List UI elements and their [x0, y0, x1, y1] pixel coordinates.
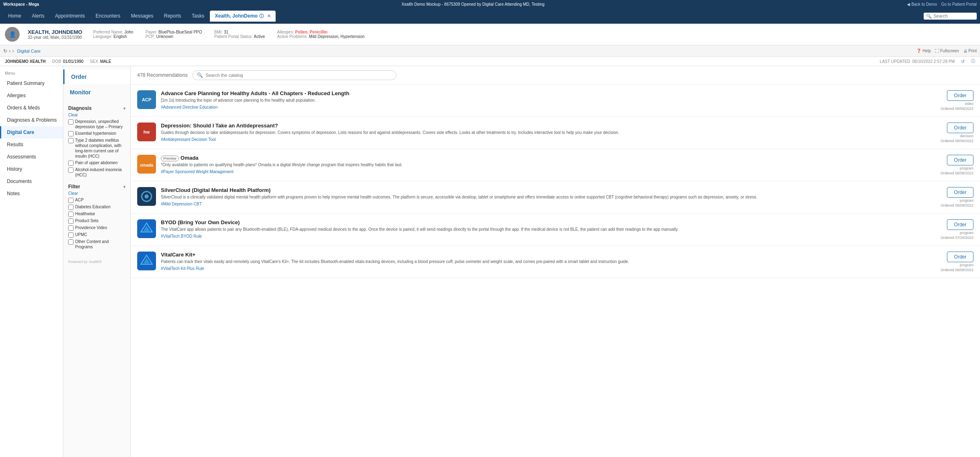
- nav-item-tasks[interactable]: Tasks: [187, 11, 209, 21]
- filter-clear-btn[interactable]: Clear: [68, 191, 125, 196]
- rec-tag-2[interactable]: #Payer Sponsored Weight Management: [161, 169, 932, 174]
- rec-tag-3[interactable]: #Mild Depression CBT: [161, 202, 932, 206]
- nav-item-appointments[interactable]: Appointments: [50, 11, 90, 21]
- main-layout: Menu Patient Summary Allergies Orders & …: [0, 66, 980, 457]
- order-btn-1[interactable]: Order: [947, 123, 973, 133]
- order-btn-4[interactable]: Order: [947, 219, 973, 230]
- nav-item-reports[interactable]: Reports: [159, 11, 186, 21]
- filter-label-0: ACP: [75, 197, 84, 203]
- diagnosis-check-0[interactable]: [68, 119, 74, 125]
- filter-check-0[interactable]: [68, 198, 74, 203]
- rec-count: 478 Recommendations: [137, 72, 187, 78]
- sidebar-item-documents[interactable]: Documents: [0, 175, 63, 187]
- filter-check-5[interactable]: [68, 232, 74, 238]
- diagnosis-item-0: Depression, unspecified depression type …: [68, 119, 125, 129]
- filter-title: Filter: [68, 184, 80, 189]
- catalog-search-input[interactable]: [205, 73, 392, 78]
- preview-badge-2[interactable]: Preview: [161, 156, 179, 161]
- rec-tag-5[interactable]: #VitalTech Kit Plus Rule: [161, 266, 932, 271]
- rec-ordered-3: Ordered 08/09/2022: [940, 203, 973, 207]
- catalog-search-box: 🔍: [192, 70, 396, 80]
- preferred-name-group: Preferred Name: John Language: English: [93, 30, 133, 39]
- preferred-name-label: Preferred Name:: [93, 30, 123, 34]
- order-btn-5[interactable]: Order: [947, 252, 973, 262]
- sidebar: Menu Patient Summary Allergies Orders & …: [0, 66, 63, 457]
- nav-bar: Home Alerts Appointments Encounters Mess…: [0, 8, 980, 24]
- rec-logo-3: [137, 187, 156, 206]
- rec-desc-4: The VitalCare app allows patients to pai…: [161, 227, 932, 232]
- rec-ordered-5: Ordered 08/08/2022: [940, 268, 973, 272]
- rec-item-1: hw Depression: Should I Take an Antidepr…: [131, 117, 980, 149]
- diagnosis-clear-btn[interactable]: Clear: [68, 113, 125, 117]
- sidebar-item-results[interactable]: Results: [0, 138, 63, 151]
- print-link[interactable]: 🖨 Print: [963, 49, 977, 53]
- help-link[interactable]: ❓ Help: [916, 49, 931, 53]
- filter-check-6[interactable]: [68, 239, 74, 245]
- nav-search-input[interactable]: [933, 13, 974, 18]
- nav-item-encounters[interactable]: Encounters: [91, 11, 125, 21]
- patient-info-bar: JOHNDEMO XEALTH DOB 01/01/1990 SEX MALE …: [0, 57, 980, 66]
- sidebar-item-diagnoses[interactable]: Diagnoses & Problems: [0, 114, 63, 126]
- order-btn-0[interactable]: Order: [947, 90, 973, 101]
- bmi-value: 31: [224, 30, 228, 34]
- rec-title-3: SilverCloud (Digital Mental Health Platf…: [161, 187, 932, 193]
- rec-tag-0[interactable]: #Advanced Directive Education: [161, 105, 932, 109]
- diagnosis-label-3: Pain of upper abdomen: [75, 160, 118, 165]
- nav-item-home[interactable]: Home: [3, 11, 26, 21]
- sidebar-item-allergies[interactable]: Allergies: [0, 89, 63, 102]
- fullscreen-link[interactable]: ⛶ Fullscreen: [935, 49, 959, 53]
- rec-item-4: BYOD (Bring Your Own Device) The VitalCa…: [131, 214, 980, 246]
- rec-type-0: video: [964, 102, 973, 106]
- rec-type-5: program: [960, 263, 973, 267]
- sidebar-item-orders-meds[interactable]: Orders & Meds: [0, 102, 63, 114]
- filter-check-3[interactable]: [68, 218, 74, 224]
- filter-item-6: Other Content and Programs: [68, 239, 125, 250]
- nav-back-btn[interactable]: ‹: [9, 48, 11, 54]
- info-bar-sex: SEX MALE: [90, 59, 111, 64]
- rec-body-4: BYOD (Bring Your Own Device) The VitalCa…: [161, 219, 932, 239]
- nav-forward-btn[interactable]: ›: [12, 48, 14, 54]
- rec-desc-0: [1m 1s] Introducing the topic of advance…: [161, 98, 932, 103]
- sidebar-item-notes[interactable]: Notes: [0, 187, 63, 200]
- preferred-name-value: John: [125, 30, 134, 34]
- rec-title-5: VitalCare Kit+: [161, 252, 932, 258]
- rec-desc-1: Guides through decision to take antidepr…: [161, 130, 932, 136]
- refresh-btn[interactable]: ↺: [961, 59, 964, 64]
- rec-body-1: Depression: Should I Take an Antidepress…: [161, 123, 932, 142]
- order-tab[interactable]: Order: [63, 69, 130, 84]
- nav-item-messages[interactable]: Messages: [126, 11, 158, 21]
- filter-check-2[interactable]: [68, 212, 74, 217]
- sidebar-item-history[interactable]: History: [0, 163, 63, 175]
- diagnosis-check-2[interactable]: [68, 138, 74, 143]
- info-circle-icon[interactable]: ⓘ: [971, 58, 975, 64]
- order-btn-2[interactable]: Order: [947, 155, 973, 165]
- diagnosis-check-1[interactable]: [68, 131, 74, 136]
- patient-portal-btn[interactable]: Go to Patient Portal: [941, 2, 977, 7]
- search-icon: 🔍: [926, 13, 932, 19]
- diagnosis-check-3[interactable]: [68, 161, 74, 166]
- order-btn-3[interactable]: Order: [947, 187, 973, 198]
- tab-close-icon[interactable]: ✕: [267, 13, 271, 19]
- rec-type-3: program: [960, 198, 973, 203]
- rec-tag-4[interactable]: #VitalTech BYOD Rule: [161, 234, 932, 239]
- rec-action-4: Order program Ordered 07/26/2022: [937, 219, 973, 240]
- sidebar-item-digital-care[interactable]: Digital Care: [0, 126, 63, 138]
- nav-item-alerts[interactable]: Alerts: [27, 11, 49, 21]
- filter-check-1[interactable]: [68, 205, 74, 210]
- patient-name-block: XEALTH, JOHNDEMO 32-year old, Male, 01/3…: [28, 29, 85, 40]
- rec-tag-1[interactable]: #Antidepressant Decision Tool: [161, 137, 932, 142]
- filter-item-3: Product Sets: [68, 218, 125, 224]
- diagnosis-check-4[interactable]: [68, 167, 74, 173]
- filter-item-1: Diabetes Education: [68, 204, 125, 210]
- rec-ordered-1: Ordered 08/09/2022: [940, 139, 973, 143]
- sub-nav-right: ❓ Help ⛶ Fullscreen 🖨 Print: [916, 49, 977, 53]
- monitor-tab[interactable]: Monitor: [63, 85, 130, 100]
- filter-label-5: UPMC: [75, 232, 87, 237]
- nav-item-xealth[interactable]: Xealth, JohnDemo ⓘ ✕: [210, 11, 276, 22]
- refresh-icon[interactable]: ↻: [3, 48, 7, 54]
- filter-check-4[interactable]: [68, 225, 74, 231]
- sidebar-item-assessments[interactable]: Assessments: [0, 151, 63, 163]
- content-header: 478 Recommendations 🔍: [131, 66, 980, 85]
- sidebar-item-patient-summary[interactable]: Patient Summary: [0, 77, 63, 89]
- back-demo-btn[interactable]: ◀ Back to Demo: [907, 2, 937, 7]
